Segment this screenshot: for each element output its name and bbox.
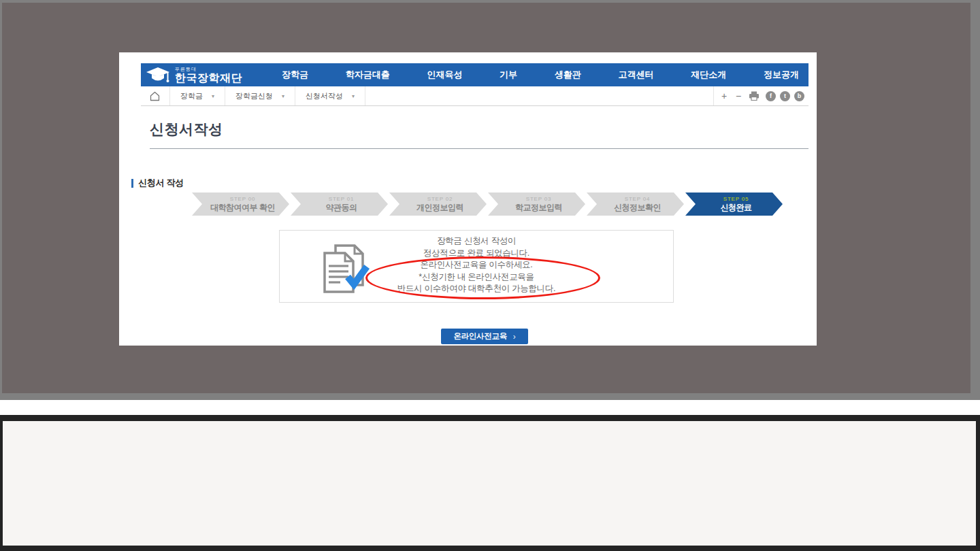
step-number: STEP 05 [723, 196, 749, 203]
font-zoom-in-button[interactable]: + [720, 91, 728, 101]
social-icons: ftb [766, 91, 804, 101]
step-number: STEP 04 [625, 196, 650, 203]
nav-item-5[interactable]: 생활관 [555, 69, 581, 81]
step-0: STEP 00대학참여여부 확인 [192, 193, 289, 216]
step-2: STEP 02개인정보입력 [389, 193, 487, 216]
logo-slogan: 푸른등대 [175, 67, 242, 71]
breadcrumb-label: 장학금 [180, 91, 203, 101]
twitter-icon[interactable]: t [780, 91, 790, 101]
nav-menu: 장학금학자금대출인재육성기부생활관고객센터재단소개정보공개 [282, 69, 799, 81]
nav-item-6[interactable]: 고객센터 [619, 69, 654, 81]
breadcrumb-separator [365, 86, 365, 105]
section-header: 신청서 작성 [131, 177, 184, 189]
breadcrumb-item-1[interactable]: 장학금▾ [170, 91, 225, 101]
breadcrumb-item-2[interactable]: 장학금신청▾ [225, 91, 295, 101]
tools-divider [713, 86, 714, 105]
step-number: STEP 00 [230, 196, 255, 203]
notes-box [3, 421, 976, 546]
result-line-2: 정상적으로 완료 되었습니다. [280, 248, 673, 260]
step-label: 대학참여여부 확인 [210, 203, 275, 212]
section-title: 신청서 작성 [138, 177, 184, 189]
step-label: 신청정보확인 [614, 203, 661, 212]
nav-item-3[interactable]: 인재육성 [427, 69, 462, 81]
nav-item-4[interactable]: 기부 [500, 69, 517, 81]
nav-item-8[interactable]: 정보공개 [764, 69, 799, 81]
chevron-right-icon: › [513, 332, 516, 341]
blog-icon[interactable]: b [794, 91, 804, 101]
step-5-active: STEP 05신청완료 [685, 193, 783, 216]
logo-text: 푸른등대 한국장학재단 [175, 67, 242, 84]
step-label: 신청완료 [721, 203, 752, 212]
notes-box-frame [0, 415, 980, 551]
step-progress: STEP 00대학참여여부 확인STEP 01약관동의STEP 02개인정보입력… [192, 193, 783, 216]
print-icon[interactable] [749, 91, 760, 101]
nav-item-7[interactable]: 재단소개 [691, 69, 726, 81]
breadcrumb-tools: + − ftb [713, 86, 804, 105]
step-number: STEP 01 [329, 196, 354, 203]
nav-item-1[interactable]: 장학금 [282, 69, 308, 81]
home-icon[interactable] [150, 91, 160, 101]
font-zoom-out-button[interactable]: − [734, 91, 742, 101]
result-line-5: 반드시 이수하여야 대학추천이 가능합니다. [280, 283, 673, 295]
section-accent-bar [131, 179, 133, 188]
result-line-4: *신청기한 내 온라인사전교육을 [280, 271, 673, 284]
title-divider [150, 148, 808, 149]
chevron-down-icon: ▾ [212, 93, 214, 99]
breadcrumb-label: 신청서작성 [306, 91, 343, 101]
result-line-3: 온라인사전교육을 이수하세요. [280, 259, 673, 271]
chevron-down-icon: ▾ [282, 93, 284, 99]
online-education-button[interactable]: 온라인사전교육 › [441, 329, 528, 344]
step-3: STEP 03학교정보입력 [488, 193, 585, 216]
kosaf-logo[interactable]: 푸른등대 한국장학재단 [141, 63, 242, 86]
completion-message: 장학금 신청서 작성이정상적으로 완료 되었습니다.온라인사전교육을 이수하세요… [280, 235, 673, 295]
step-1: STEP 01약관동의 [291, 193, 388, 216]
breadcrumb-items: 장학금▾장학금신청▾신청서작성▾ [169, 86, 365, 105]
main-navbar: 푸른등대 한국장학재단 장학금학자금대출인재육성기부생활관고객센터재단소개정보공… [141, 63, 808, 86]
breadcrumb-label: 장학금신청 [235, 91, 273, 101]
chevron-down-icon: ▾ [352, 93, 355, 99]
step-label: 학교정보입력 [515, 203, 562, 212]
step-label: 개인정보입력 [416, 203, 463, 212]
slide: 푸른등대 한국장학재단 장학금학자금대출인재육성기부생활관고객센터재단소개정보공… [0, 0, 980, 551]
step-number: STEP 03 [526, 196, 551, 203]
step-number: STEP 02 [427, 196, 453, 203]
nav-item-2[interactable]: 학자금대출 [346, 69, 390, 81]
completion-message-box: 장학금 신청서 작성이정상적으로 완료 되었습니다.온라인사전교육을 이수하세요… [279, 230, 674, 303]
breadcrumb: 장학금▾장학금신청▾신청서작성▾ + − ftb [141, 86, 808, 106]
breadcrumb-item-3[interactable]: 신청서작성▾ [295, 91, 365, 101]
facebook-icon[interactable]: f [766, 91, 776, 101]
step-4: STEP 04신청정보확인 [587, 193, 684, 216]
online-education-button-label: 온라인사전교육 [453, 331, 506, 341]
website-screenshot-panel: 푸른등대 한국장학재단 장학금학자금대출인재육성기부생활관고객센터재단소개정보공… [119, 52, 817, 346]
step-label: 약관동의 [326, 203, 357, 212]
result-line-1: 장학금 신청서 작성이 [280, 235, 673, 248]
graduation-cap-icon [146, 66, 171, 84]
page-title: 신청서작성 [150, 120, 223, 139]
logo-name: 한국장학재단 [175, 73, 242, 84]
